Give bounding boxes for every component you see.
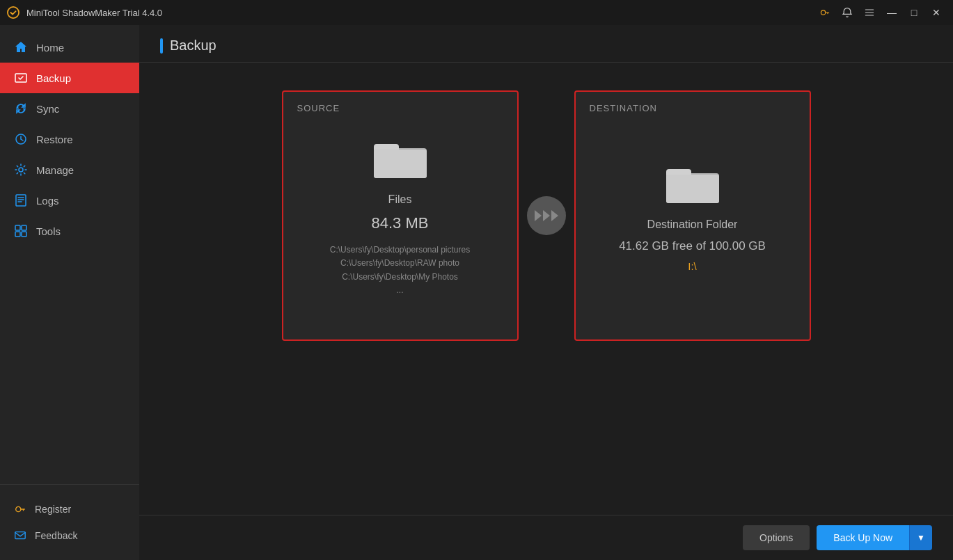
maximize-button[interactable]: □ <box>904 3 924 22</box>
minimize-button[interactable]: — <box>882 3 901 22</box>
svg-point-10 <box>16 506 21 511</box>
menu-icon[interactable] <box>860 3 879 22</box>
sidebar-item-logs[interactable]: Logs <box>0 185 139 216</box>
destination-free: 41.62 GB free of 100.00 GB <box>619 239 766 253</box>
svg-rect-5 <box>16 195 26 206</box>
arrow-connector <box>519 90 574 341</box>
sidebar: Home Backup Sync <box>0 25 139 560</box>
notification-icon[interactable] <box>837 3 857 22</box>
sidebar-item-register[interactable]: Register <box>0 496 139 522</box>
chevron-3 <box>551 210 558 221</box>
destination-card[interactable]: DESTINATION Destination Folder 41.62 GB … <box>574 90 811 341</box>
svg-rect-11 <box>15 532 25 539</box>
source-folder-icon <box>372 134 428 182</box>
sidebar-item-feedback[interactable]: Feedback <box>0 522 139 549</box>
svg-rect-17 <box>666 175 719 203</box>
sidebar-nav: Home Backup Sync <box>0 25 139 484</box>
svg-point-1 <box>821 10 825 15</box>
destination-label: DESTINATION <box>590 103 657 113</box>
sidebar-item-backup[interactable]: Backup <box>0 63 139 93</box>
app-logo: MiniTool ShadowMaker Trial 4.4.0 <box>7 6 162 19</box>
sidebar-item-restore[interactable]: Restore <box>0 124 139 154</box>
page-title: Backup <box>170 38 216 54</box>
backup-dropdown-button[interactable]: ▼ <box>909 525 932 550</box>
destination-folder-icon <box>665 159 720 207</box>
destination-name: Destination Folder <box>647 218 738 231</box>
source-paths: C:\Users\fy\Desktop\personal pictures C:… <box>330 243 470 297</box>
app-body: Home Backup Sync <box>0 25 953 560</box>
window-controls: — □ ✕ <box>815 3 946 22</box>
sidebar-item-tools[interactable]: Tools <box>0 216 139 246</box>
source-card[interactable]: SOURCE Files 84.3 MB C:\Users\fy\Desktop… <box>282 90 519 341</box>
svg-rect-6 <box>15 225 20 230</box>
svg-point-0 <box>8 7 19 18</box>
source-size: 84.3 MB <box>372 214 429 232</box>
destination-path: I:\ <box>688 260 697 272</box>
bottom-toolbar: Options Back Up Now ▼ <box>139 515 953 560</box>
key-icon[interactable] <box>815 3 835 22</box>
sidebar-item-home[interactable]: Home <box>0 32 139 63</box>
backup-area: SOURCE Files 84.3 MB C:\Users\fy\Desktop… <box>139 63 953 515</box>
page-header: Backup <box>139 25 953 63</box>
svg-rect-14 <box>374 150 427 178</box>
arrow-circle <box>527 196 566 235</box>
source-label: SOURCE <box>297 103 340 113</box>
sidebar-item-manage[interactable]: Manage <box>0 154 139 185</box>
header-accent-bar <box>160 38 163 54</box>
svg-rect-7 <box>22 225 26 230</box>
options-button[interactable]: Options <box>743 525 810 550</box>
sidebar-bottom: Register Feedback <box>0 484 139 560</box>
arrow-chevrons <box>535 210 558 221</box>
close-button[interactable]: ✕ <box>927 3 946 22</box>
svg-rect-8 <box>15 232 20 237</box>
main-content: Backup SOURCE Files 84.3 MB C:\Users <box>139 25 953 560</box>
sidebar-item-sync[interactable]: Sync <box>0 93 139 124</box>
backup-now-button[interactable]: Back Up Now <box>817 525 909 550</box>
svg-point-4 <box>19 168 23 172</box>
title-bar: MiniTool ShadowMaker Trial 4.4.0 — <box>0 0 953 25</box>
backup-now-group: Back Up Now ▼ <box>817 525 932 550</box>
chevron-1 <box>535 210 542 221</box>
app-title: MiniTool ShadowMaker Trial 4.4.0 <box>26 8 162 18</box>
source-name: Files <box>388 193 412 206</box>
chevron-2 <box>543 210 550 221</box>
svg-rect-9 <box>22 232 26 237</box>
